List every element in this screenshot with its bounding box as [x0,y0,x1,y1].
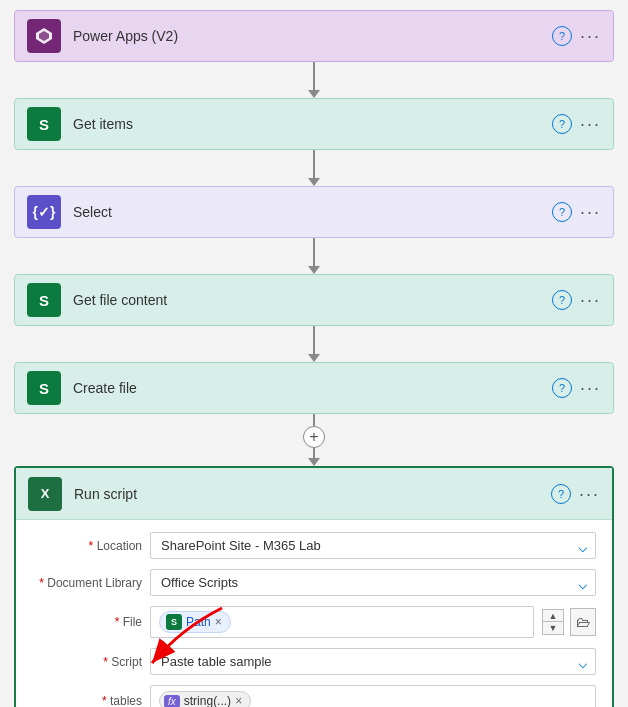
script-input-wrapper: ⌵ [150,648,596,675]
step-power-apps: Power Apps (V2) ? ··· [14,10,614,62]
get-file-content-more-button[interactable]: ··· [580,291,601,309]
get-items-more-button[interactable]: ··· [580,115,601,133]
run-script-label: Run script [74,486,551,502]
connector-line-4 [313,326,315,354]
connector-line-3 [313,238,315,266]
select-icon: {✓} [27,195,61,229]
run-script-actions: ? ··· [551,484,600,504]
location-label: Location [32,539,142,553]
tables-label: tables [32,694,142,707]
select-more-button[interactable]: ··· [580,203,601,221]
select-help-button[interactable]: ? [552,202,572,222]
script-row: Script ⌵ [32,648,596,675]
tables-token-area[interactable]: fx string(...) × [150,685,596,707]
connector-4 [308,326,320,362]
file-row: File S Path × ▲ ▼ [32,606,596,638]
run-script-help-button[interactable]: ? [551,484,571,504]
run-script-header: X Run script ? ··· [16,468,612,520]
get-items-label: Get items [73,116,552,132]
power-apps-icon [27,19,61,53]
document-library-input[interactable] [150,569,596,596]
create-file-icon: S [27,371,61,405]
connector-line-2 [313,150,315,178]
connector-2 [308,150,320,186]
file-label: File [32,615,142,629]
folder-icon: 🗁 [576,614,590,630]
create-file-help-button[interactable]: ? [552,378,572,398]
power-apps-more-button[interactable]: ··· [580,27,601,45]
script-label: Script [32,655,142,669]
get-items-help-button[interactable]: ? [552,114,572,134]
run-script-body: Location ⌵ Document Library ⌵ File [16,520,612,707]
file-input-wrapper: S Path × ▲ ▼ 🗁 [150,606,596,638]
step-get-file-content: S Get file content ? ··· [14,274,614,326]
run-script-icon: X [28,477,62,511]
get-items-actions: ? ··· [552,114,601,134]
get-items-icon: S [27,107,61,141]
run-script-more-button[interactable]: ··· [579,485,600,503]
script-input[interactable] [150,648,596,675]
step-select: {✓} Select ? ··· [14,186,614,238]
connector-plus-line-top [313,414,315,426]
connector-arrow-3 [308,266,320,274]
document-library-label: Document Library [32,576,142,590]
path-token[interactable]: S Path × [159,611,231,633]
connector-1 [308,62,320,98]
document-library-row: Document Library ⌵ [32,569,596,596]
connector-arrow-4 [308,354,320,362]
create-file-actions: ? ··· [552,378,601,398]
document-library-input-wrapper: ⌵ [150,569,596,596]
flow-container: Power Apps (V2) ? ··· S Get items ? ··· … [10,10,618,707]
fx-icon: fx [164,695,180,708]
file-token-area[interactable]: S Path × [150,606,534,638]
connector-line-1 [313,62,315,90]
path-token-icon: S [166,614,182,630]
step-create-file: S Create file ? ··· [14,362,614,414]
run-script-card: X Run script ? ··· Location ⌵ Document L… [14,466,614,707]
location-row: Location ⌵ [32,532,596,559]
location-input[interactable] [150,532,596,559]
select-actions: ? ··· [552,202,601,222]
file-up-button[interactable]: ▲ [543,610,563,622]
path-token-label: Path [186,615,211,629]
string-token[interactable]: fx string(...) × [159,691,251,707]
connector-3 [308,238,320,274]
string-token-close[interactable]: × [235,694,242,707]
get-file-content-label: Get file content [73,292,552,308]
path-token-close[interactable]: × [215,616,222,628]
select-label: Select [73,204,552,220]
step-get-items: S Get items ? ··· [14,98,614,150]
get-file-content-help-button[interactable]: ? [552,290,572,310]
file-down-button[interactable]: ▼ [543,622,563,634]
get-file-content-icon: S [27,283,61,317]
tables-row: tables fx string(...) × [32,685,596,707]
power-apps-help-button[interactable]: ? [552,26,572,46]
file-folder-button[interactable]: 🗁 [570,608,596,636]
power-apps-label: Power Apps (V2) [73,28,552,44]
connector-arrow-2 [308,178,320,186]
create-file-more-button[interactable]: ··· [580,379,601,397]
power-apps-actions: ? ··· [552,26,601,46]
string-token-label: string(...) [184,694,231,707]
location-input-wrapper: ⌵ [150,532,596,559]
connector-plus-arrow [308,458,320,466]
connector-plus-line-bottom [313,448,315,458]
connector-arrow-1 [308,90,320,98]
connector-plus: + [303,414,325,466]
add-step-button[interactable]: + [303,426,325,448]
get-file-content-actions: ? ··· [552,290,601,310]
create-file-label: Create file [73,380,552,396]
